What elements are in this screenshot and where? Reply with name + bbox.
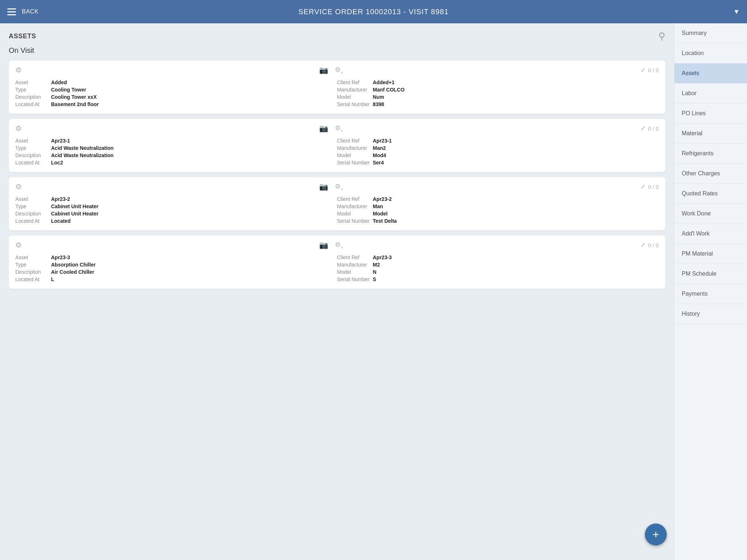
asset-fields: AssetApr23-3TypeAbsorption ChillerDescri… xyxy=(15,254,659,283)
field-row: AssetApr23-3 xyxy=(15,254,337,261)
search-icon[interactable]: ⚲ xyxy=(658,31,665,42)
field-value: Acid Waste Neutralization xyxy=(51,145,113,151)
field-row: Located AtLoc2 xyxy=(15,159,337,166)
field-value: Apr23-3 xyxy=(373,254,392,260)
asset-fields: AssetApr23-1TypeAcid Waste Neutralizatio… xyxy=(15,137,659,166)
check-count: 0 / 0 xyxy=(648,67,659,73)
field-label: Asset xyxy=(15,79,48,85)
settings-icon[interactable]: ⚙✦ xyxy=(335,182,343,191)
field-value: Apr23-3 xyxy=(51,254,70,260)
field-row: ModelModel xyxy=(337,210,659,217)
settings-icon[interactable]: ⚙✦ xyxy=(335,66,343,74)
sidebar-item-history[interactable]: History xyxy=(674,304,747,324)
field-value: Test Delta xyxy=(373,218,397,224)
field-value: Man2 xyxy=(373,145,386,151)
field-value: Cabinet Unit Heater xyxy=(51,211,98,217)
asset-fields-left: AssetApr23-2TypeCabinet Unit HeaterDescr… xyxy=(15,195,337,225)
field-value: Man xyxy=(373,203,383,209)
sidebar-item-addl-work[interactable]: Add'l Work xyxy=(674,224,747,244)
field-value: Apr23-1 xyxy=(51,138,70,144)
camera-icon[interactable]: 📷 xyxy=(319,124,328,133)
camera-icon[interactable]: 📷 xyxy=(319,182,328,191)
page-title: SERVICE ORDER 10002013 - VISIT 8981 xyxy=(298,8,449,16)
gear-icon[interactable]: ⚙ xyxy=(15,182,22,191)
camera-icon[interactable]: 📷 xyxy=(319,66,328,74)
asset-card-top: ⚙📷⚙✦✓0 / 0 xyxy=(15,124,659,133)
menu-icon[interactable] xyxy=(7,8,16,15)
field-row: Serial Number8398 xyxy=(337,101,659,108)
sidebar-item-material[interactable]: Material xyxy=(674,124,747,144)
sidebar-item-assets[interactable]: Assets xyxy=(674,63,747,83)
sidebar-item-pm-material[interactable]: PM Material xyxy=(674,244,747,264)
field-label: Type xyxy=(15,87,48,93)
field-row: AssetApr23-1 xyxy=(15,137,337,144)
back-button[interactable]: BACK xyxy=(22,8,39,15)
check-icon: ✓ xyxy=(640,124,646,132)
field-value: L xyxy=(51,276,54,282)
field-label: Serial Number xyxy=(337,218,370,224)
settings-icon[interactable]: ⚙✦ xyxy=(335,241,343,249)
sidebar-item-refrigerants[interactable]: Refrigerants xyxy=(674,144,747,164)
field-row: Client RefApr23-2 xyxy=(337,195,659,203)
field-row: Serial NumberTest Delta xyxy=(337,217,659,225)
field-value: Manf COLCO xyxy=(373,87,405,93)
field-row: Client RefAdded+1 xyxy=(337,79,659,86)
field-row: ManufacturerM2 xyxy=(337,261,659,268)
asset-fields-right: Client RefAdded+1ManufacturerManf COLCOM… xyxy=(337,79,659,108)
field-value: Added+1 xyxy=(373,79,395,85)
field-row: Serial NumberSer4 xyxy=(337,159,659,166)
field-label: Model xyxy=(337,211,370,217)
field-row: Client RefApr23-1 xyxy=(337,137,659,144)
field-value: Num xyxy=(373,94,384,100)
field-row: ModelNum xyxy=(337,93,659,101)
field-value: N xyxy=(373,269,376,275)
field-label: Located At xyxy=(15,276,48,282)
field-label: Type xyxy=(15,145,48,151)
settings-icon[interactable]: ⚙✦ xyxy=(335,124,343,133)
field-label: Serial Number xyxy=(337,160,370,166)
asset-fields: AssetAddedTypeCooling TowerDescriptionCo… xyxy=(15,79,659,108)
field-label: Model xyxy=(337,152,370,158)
gear-icon[interactable]: ⚙ xyxy=(15,241,22,249)
sidebar-item-po-lines[interactable]: PO Lines xyxy=(674,104,747,124)
asset-fields-left: AssetAddedTypeCooling TowerDescriptionCo… xyxy=(15,79,337,108)
sidebar-item-payments[interactable]: Payments xyxy=(674,284,747,304)
sidebar-item-pm-schedule[interactable]: PM Schedule xyxy=(674,264,747,284)
field-label: Type xyxy=(15,262,48,268)
camera-icon[interactable]: 📷 xyxy=(319,241,328,249)
field-value: Acid Waste Neutralization xyxy=(51,152,113,158)
field-row: Located AtBasement 2nd floor xyxy=(15,101,337,108)
field-row: Client RefApr23-3 xyxy=(337,254,659,261)
assets-title: ASSETS xyxy=(9,32,36,40)
field-label: Description xyxy=(15,211,48,217)
field-value: Air Cooled Chiller xyxy=(51,269,94,275)
field-label: Description xyxy=(15,94,48,100)
sidebar-item-quoted-rates[interactable]: Quoted Rates xyxy=(674,184,747,204)
sidebar-item-work-done[interactable]: Work Done xyxy=(674,204,747,224)
sidebar-item-location[interactable]: Location xyxy=(674,43,747,63)
field-value: 8398 xyxy=(373,101,384,107)
field-label: Manufacturer xyxy=(337,145,370,151)
check-count: 0 / 0 xyxy=(648,184,659,190)
field-label: Located At xyxy=(15,218,48,224)
field-value: Ser4 xyxy=(373,160,384,166)
field-value: Added xyxy=(51,79,67,85)
asset-fields-left: AssetApr23-3TypeAbsorption ChillerDescri… xyxy=(15,254,337,283)
dropdown-icon[interactable]: ▼ xyxy=(733,8,740,16)
sidebar-item-other-charges[interactable]: Other Charges xyxy=(674,164,747,184)
check-icon: ✓ xyxy=(640,183,646,191)
field-value: Apr23-2 xyxy=(51,196,70,202)
add-button[interactable]: + xyxy=(645,524,667,545)
asset-card: ⚙📷⚙✦✓0 / 0AssetApr23-3TypeAbsorption Chi… xyxy=(9,236,665,289)
sidebar-item-summary[interactable]: Summary xyxy=(674,23,747,43)
check-area: ✓0 / 0 xyxy=(640,241,659,249)
field-label: Serial Number xyxy=(337,276,370,282)
field-value: M2 xyxy=(373,262,380,268)
sidebar-item-labor[interactable]: Labor xyxy=(674,83,747,104)
check-area: ✓0 / 0 xyxy=(640,124,659,132)
gear-icon[interactable]: ⚙ xyxy=(15,66,22,74)
field-row: Located AtLocated xyxy=(15,217,337,225)
gear-icon[interactable]: ⚙ xyxy=(15,124,22,133)
field-label: Model xyxy=(337,94,370,100)
field-label: Description xyxy=(15,269,48,275)
